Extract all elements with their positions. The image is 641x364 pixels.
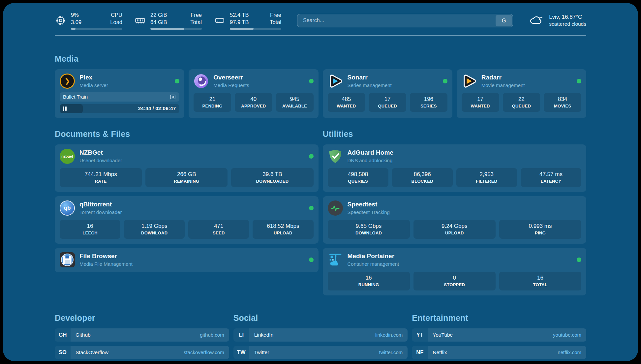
- bookmark-linkedin[interactable]: LI LinkedIn linkedin.com: [233, 328, 408, 342]
- cpu-progress-bar: [71, 28, 122, 30]
- service-subtitle: Media server: [79, 82, 108, 88]
- bookmark-url: stackoverflow.com: [184, 349, 224, 355]
- status-dot: [577, 79, 581, 83]
- portainer-icon: [328, 252, 343, 267]
- section-title-social: Social: [233, 313, 408, 323]
- stat-wanted: 17 WANTED: [462, 93, 499, 112]
- service-subtitle: DNS and adblocking: [348, 158, 393, 163]
- section-title-utilities: Utilities: [323, 129, 587, 139]
- stat-approved: 40 APPROVED: [235, 93, 272, 112]
- bookmark-abbr: YT: [412, 328, 428, 342]
- search-input[interactable]: [297, 14, 513, 27]
- service-subtitle: Usenet downloader: [79, 158, 122, 163]
- sonarr-icon: [328, 74, 343, 89]
- stat-filtered: 2,953 FILTERED: [456, 168, 517, 187]
- stat-running: 16 RUNNING: [328, 272, 410, 290]
- radarr-icon: [462, 74, 477, 89]
- system-stats: 9% 3.09 CPU Load: [55, 12, 281, 30]
- playback-time: 24:44 / 02:06:47: [138, 106, 176, 111]
- service-card-speedtest[interactable]: Speedtest Speedtest Tracking 9.65 Gbps D…: [323, 196, 587, 244]
- cpu-percent: 9%: [71, 12, 81, 19]
- memory-free: 22 GiB: [150, 12, 167, 19]
- memory-progress-bar: [150, 28, 202, 30]
- bookmark-abbr: NF: [412, 346, 428, 359]
- status-dot: [309, 154, 314, 159]
- bookmark-name: Github: [76, 332, 91, 338]
- service-card-portainer[interactable]: Media Portainer Container management 16 …: [323, 248, 587, 295]
- bookmark-url: linkedin.com: [375, 332, 403, 338]
- service-title: Overseerr: [213, 74, 249, 81]
- service-card-radarr[interactable]: Radarr Movie management 17 WANTED 22 QUE…: [457, 69, 586, 118]
- stat-ping: 0.993 ms PING: [499, 220, 581, 239]
- section-title-documents: Documents & Files: [55, 129, 319, 139]
- stat-blocked: 86,396 BLOCKED: [392, 168, 453, 187]
- service-subtitle: Speedtest Tracking: [348, 209, 390, 215]
- weather-location: Lviv, 16.87°C: [549, 14, 586, 20]
- status-dot: [577, 258, 581, 262]
- service-card-overseerr[interactable]: Overseerr Media Requests 21 PENDING 40 A…: [189, 69, 318, 118]
- bookmark-netflix[interactable]: NF Netflix netflix.com: [412, 346, 586, 359]
- bookmark-youtube[interactable]: YT YouTube youtube.com: [412, 328, 586, 342]
- bookmark-url: youtube.com: [553, 332, 581, 338]
- status-dot: [309, 79, 314, 83]
- bookmark-url: twitter.com: [379, 349, 403, 355]
- weather-widget[interactable]: Lviv, 16.87°C scattered clouds: [529, 14, 586, 27]
- service-subtitle: Torrent downloader: [79, 209, 122, 215]
- memory-total: 64 GiB: [150, 19, 167, 26]
- service-card-nzbget[interactable]: nzbget NZBGet Usenet downloader 744.21 M…: [55, 144, 319, 192]
- weather-condition: scattered clouds: [549, 21, 586, 27]
- cpu-load: 3.09: [71, 19, 81, 26]
- bookmark-url: github.com: [200, 332, 224, 338]
- service-card-sonarr[interactable]: Sonarr Series management 485 WANTED 17 Q…: [323, 69, 452, 118]
- service-card-qbittorrent[interactable]: qb qBittorrent Torrent downloader 16 LEE…: [55, 196, 319, 244]
- stat-queued: 17 QUEUED: [369, 93, 406, 112]
- stat-queued: 22 QUEUED: [503, 93, 540, 112]
- bookmark-name: Netflix: [433, 349, 447, 355]
- search-bar: G: [297, 14, 513, 27]
- hard-drive-icon: [214, 15, 226, 26]
- service-title: Sonarr: [348, 74, 392, 81]
- bookmark-name: LinkedIn: [254, 332, 274, 338]
- status-dot: [175, 79, 179, 83]
- service-subtitle: Media Requests: [213, 82, 249, 88]
- top-bar: 9% 3.09 CPU Load: [55, 12, 586, 30]
- bookmark-abbr: LI: [233, 328, 249, 342]
- service-title: NZBGet: [79, 149, 122, 157]
- service-title: AdGuard Home: [348, 149, 393, 157]
- section-title-media: Media: [55, 54, 586, 64]
- bookmark-stackoverflow[interactable]: SO StackOverflow stackoverflow.com: [55, 346, 229, 359]
- disk-free-label: Free: [270, 12, 281, 19]
- stat-movies: 834 MOVIES: [544, 93, 581, 112]
- disk-total-label: Total: [270, 19, 281, 26]
- service-card-plex[interactable]: ❯ Plex Media server Bullet Train: [55, 69, 184, 118]
- cpu-icon: [55, 15, 67, 26]
- search-provider-button[interactable]: G: [496, 15, 512, 26]
- memory-free-label: Free: [190, 12, 202, 19]
- service-title: File Browser: [79, 253, 133, 260]
- pause-icon[interactable]: [63, 106, 67, 111]
- overseerr-icon: [194, 74, 209, 89]
- service-card-adguard[interactable]: AdGuard Home DNS and adblocking 498,508 …: [323, 144, 587, 192]
- cloud-icon: [529, 14, 544, 27]
- stat-remaining: 266 GB REMAINING: [145, 168, 228, 187]
- service-title: Media Portainer: [348, 253, 399, 260]
- bookmark-github[interactable]: GH Github github.com: [55, 328, 229, 342]
- stat-series: 196 SERIES: [410, 93, 447, 112]
- adguard-icon: [328, 149, 343, 164]
- bookmark-twitter[interactable]: TW Twitter twitter.com: [233, 346, 408, 359]
- stat-available: 945 AVAILABLE: [276, 93, 314, 112]
- bookmark-abbr: SO: [55, 346, 71, 359]
- stat-latency: 47.57 ms LATENCY: [521, 168, 581, 187]
- service-card-filebrowser[interactable]: File Browser Media File Management: [55, 248, 319, 272]
- stat-total: 16 TOTAL: [499, 272, 581, 290]
- ram-icon: [134, 15, 146, 26]
- now-playing-title: Bullet Train: [63, 94, 88, 100]
- playback-progress-bar[interactable]: 24:44 / 02:06:47: [60, 104, 179, 113]
- cpu-load-label: Load: [110, 19, 122, 26]
- cast-icon[interactable]: [169, 94, 176, 100]
- bookmark-name: Twitter: [254, 349, 269, 355]
- speedtest-icon: [328, 200, 343, 216]
- stat-download: 1.19 Gbps DOWNLOAD: [124, 220, 185, 239]
- disk-progress-bar: [230, 28, 281, 30]
- stat-upload: 9.24 Gbps UPLOAD: [413, 220, 496, 239]
